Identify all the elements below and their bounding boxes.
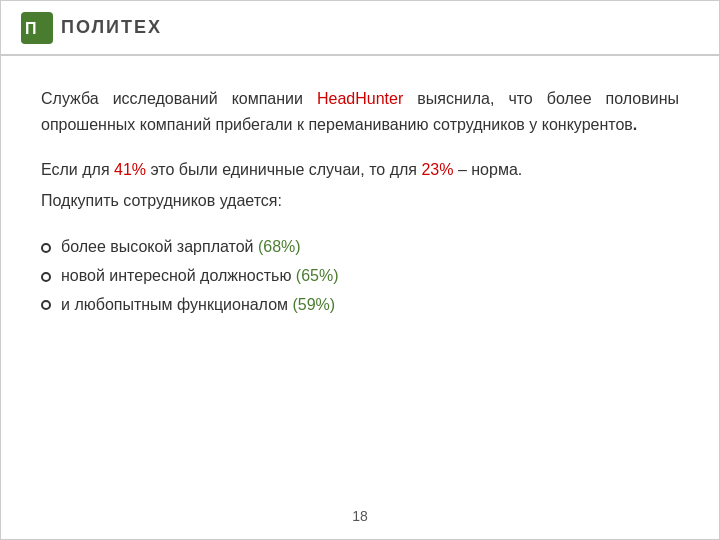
paragraph1-before: Служба исследований компании: [41, 90, 317, 107]
slide: П ПОЛИТЕХ Служба исследований компании H…: [0, 0, 720, 540]
bullet-circle-1: [41, 243, 51, 253]
percent2: 23%: [421, 161, 453, 178]
bullet3-before: и любопытным функционалом: [61, 296, 292, 313]
svg-text:П: П: [25, 20, 37, 37]
paragraph1-bold-end: .: [633, 116, 637, 133]
para2-before: Если для: [41, 161, 114, 178]
bullet1-text: более высокой зарплатой (68%): [61, 233, 301, 262]
main-paragraph: Служба исследований компании HeadHunter …: [41, 86, 679, 137]
list-item: новой интересной должностью (65%): [41, 262, 679, 291]
bullet2-highlight: (65%): [296, 267, 339, 284]
percent1: 41%: [114, 161, 146, 178]
para2-after: – норма.: [453, 161, 522, 178]
bullet2-before: новой интересной должностью: [61, 267, 296, 284]
logo-icon: П: [21, 12, 53, 44]
bullet-list: более высокой зарплатой (68%) новой инте…: [41, 233, 679, 319]
content-area: Служба исследований компании HeadHunter …: [1, 56, 719, 340]
logo-text: ПОЛИТЕХ: [61, 17, 162, 38]
para2-middle: это были единичные случаи, то для: [146, 161, 421, 178]
list-item: и любопытным функционалом (59%): [41, 291, 679, 320]
list-item: более высокой зарплатой (68%): [41, 233, 679, 262]
third-paragraph: Подкупить сотрудников удается:: [41, 188, 679, 214]
bullet-circle-3: [41, 300, 51, 310]
bullet3-highlight: (59%): [292, 296, 335, 313]
second-paragraph: Если для 41% это были единичные случаи, …: [41, 157, 679, 183]
header: П ПОЛИТЕХ: [1, 1, 719, 56]
logo-container: П ПОЛИТЕХ: [21, 12, 162, 44]
headhunter-name: HeadHunter: [317, 90, 403, 107]
page-number: 18: [352, 508, 368, 524]
bullet3-text: и любопытным функционалом (59%): [61, 291, 335, 320]
bullet1-highlight: (68%): [258, 238, 301, 255]
bullet2-text: новой интересной должностью (65%): [61, 262, 339, 291]
bullet-circle-2: [41, 272, 51, 282]
bullet1-before: более высокой зарплатой: [61, 238, 258, 255]
